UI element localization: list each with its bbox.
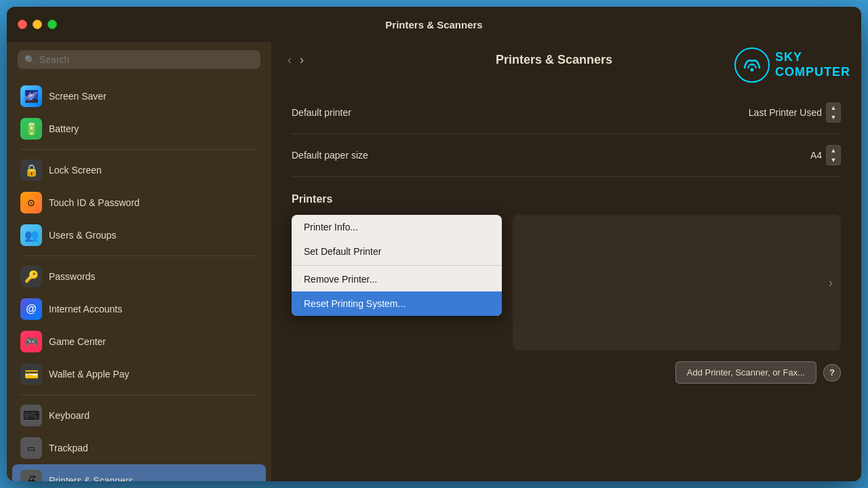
close-button[interactable] (18, 20, 27, 29)
default-paper-size-value[interactable]: A4 ▲ ▼ (810, 145, 841, 165)
panel-title: Printers & Scanners (315, 53, 793, 67)
search-bar[interactable]: 🔍 (18, 50, 260, 69)
printer-actions: Add Printer, Scanner, or Fax... ? (292, 361, 841, 384)
sky-logo-icon (734, 47, 770, 83)
titlebar: Printers & Scanners (7, 7, 861, 42)
help-button[interactable]: ? (823, 364, 841, 382)
sidebar-item-touch-id[interactable]: ⊙ Touch ID & Password (12, 186, 266, 219)
lock-screen-icon: 🔒 (20, 159, 42, 181)
ctx-menu-printer-info[interactable]: Printer Info... (292, 215, 502, 239)
main-window: Printers & Scanners 🔍 🌌 Screen Saver 🔋 (7, 7, 861, 481)
sidebar-item-label: Wallet & Apple Pay (49, 369, 130, 380)
passwords-icon: 🔑 (20, 266, 42, 287)
printer-context-menu: Printer Info... Set Default Printer Remo… (292, 215, 502, 316)
sidebar-divider (20, 149, 258, 150)
default-paper-size-label: Default paper size (292, 150, 368, 161)
panel-content: Default printer Last Printer Used ▲ ▼ De… (271, 78, 861, 481)
sidebar-item-label: Game Center (49, 336, 106, 347)
sidebar-item-label: Touch ID & Password (49, 197, 140, 208)
printers-icon: 🖨 (20, 470, 42, 481)
printers-section-label: Printers (292, 193, 841, 205)
svg-point-1 (751, 68, 754, 72)
ctx-menu-reset-printing[interactable]: Reset Printing System... (292, 291, 502, 316)
back-button[interactable]: ‹ (285, 52, 294, 68)
sidebar-item-label: Keyboard (49, 410, 90, 421)
printers-area: Printer Info... Set Default Printer Remo… (292, 215, 841, 350)
sidebar-item-game-center[interactable]: 🎮 Game Center (12, 325, 266, 358)
trackpad-icon: ▭ (20, 437, 42, 459)
add-printer-button[interactable]: Add Printer, Scanner, or Fax... (675, 361, 816, 384)
printers-section: Printers Printer Info... Set Default Pri… (292, 193, 841, 384)
forward-button[interactable]: › (297, 52, 307, 68)
stepper-up[interactable]: ▲ (827, 103, 840, 113)
battery-icon: 🔋 (20, 118, 42, 140)
sidebar-item-label: Passwords (49, 271, 95, 282)
users-groups-icon: 👥 (20, 224, 42, 246)
ctx-menu-remove-printer[interactable]: Remove Printer... (292, 267, 502, 291)
sidebar-item-printers[interactable]: 🖨 Printers & Scanners (12, 464, 266, 481)
sidebar-item-label: Internet Accounts (49, 304, 122, 314)
maximize-button[interactable] (47, 20, 57, 29)
touch-id-icon: ⊙ (20, 192, 42, 214)
game-center-icon: 🎮 (20, 331, 42, 352)
default-printer-value-text: Last Printer Used (749, 107, 822, 118)
nav-buttons: ‹ › (285, 52, 307, 68)
sidebar-item-passwords[interactable]: 🔑 Passwords (12, 260, 266, 293)
detail-chevron-icon: › (829, 276, 833, 290)
titlebar-title: Printers & Scanners (385, 19, 482, 30)
sidebar-item-lock-screen[interactable]: 🔒 Lock Screen (12, 154, 266, 186)
sidebar: 🔍 🌌 Screen Saver 🔋 Battery 🔒 (7, 42, 271, 481)
search-icon: 🔍 (24, 55, 35, 65)
minimize-button[interactable] (33, 20, 42, 29)
search-input[interactable] (39, 54, 254, 65)
sidebar-item-wallet[interactable]: 💳 Wallet & Apple Pay (12, 358, 266, 390)
sky-computer-logo: SKY COMPUTER (734, 47, 850, 83)
sidebar-list: 🌌 Screen Saver 🔋 Battery 🔒 Lock Screen ⊙ (7, 77, 271, 481)
sidebar-item-label: Battery (49, 123, 79, 134)
stepper-down[interactable]: ▼ (827, 113, 840, 122)
sidebar-item-label: Trackpad (49, 443, 88, 453)
sidebar-item-internet-accounts[interactable]: @ Internet Accounts (12, 293, 266, 325)
sidebar-item-users-groups[interactable]: 👥 Users & Groups (12, 219, 266, 251)
traffic-lights (18, 20, 57, 29)
sidebar-item-label: Lock Screen (49, 165, 102, 176)
internet-accounts-icon: @ (20, 298, 42, 320)
main-content: 🔍 🌌 Screen Saver 🔋 Battery 🔒 (7, 42, 861, 481)
wallet-icon: 💳 (20, 363, 42, 385)
default-printer-label: Default printer (292, 107, 351, 118)
sidebar-item-screen-saver[interactable]: 🌌 Screen Saver (12, 80, 266, 113)
sidebar-item-label: Screen Saver (49, 91, 106, 102)
sidebar-item-battery[interactable]: 🔋 Battery (12, 113, 266, 145)
printer-detail-panel: › (513, 215, 841, 350)
ctx-menu-set-default[interactable]: Set Default Printer (292, 239, 502, 264)
screen-saver-icon: 🌌 (20, 85, 42, 107)
sidebar-item-label: Users & Groups (49, 230, 117, 241)
keyboard-icon: ⌨ (20, 405, 42, 426)
ctx-menu-divider (292, 265, 502, 266)
default-printer-value[interactable]: Last Printer Used ▲ ▼ (749, 102, 841, 123)
paper-size-stepper[interactable]: ▲ ▼ (826, 145, 841, 165)
sidebar-divider (20, 256, 258, 256)
stepper-down[interactable]: ▼ (827, 155, 840, 165)
default-printer-row: Default printer Last Printer Used ▲ ▼ (292, 92, 841, 134)
sidebar-divider (20, 394, 258, 395)
sidebar-item-trackpad[interactable]: ▭ Trackpad (12, 432, 266, 464)
right-panel: SKY COMPUTER ‹ › Printers & Scanners Def… (271, 42, 861, 481)
default-paper-size-row: Default paper size A4 ▲ ▼ (292, 134, 841, 177)
stepper-up[interactable]: ▲ (827, 146, 840, 155)
sky-logo-text: SKY COMPUTER (775, 50, 850, 79)
default-paper-size-value-text: A4 (810, 150, 822, 161)
default-printer-stepper[interactable]: ▲ ▼ (826, 102, 841, 123)
sidebar-item-keyboard[interactable]: ⌨ Keyboard (12, 399, 266, 432)
sidebar-item-label: Printers & Scanners (49, 475, 134, 481)
